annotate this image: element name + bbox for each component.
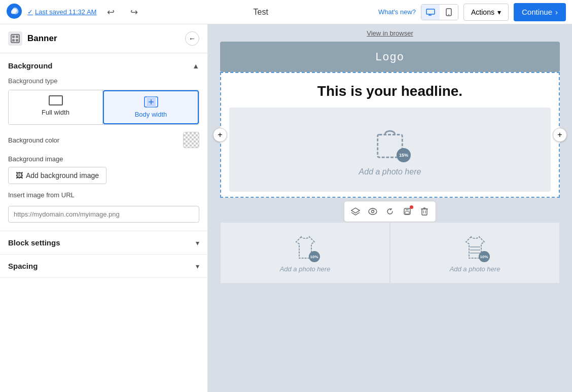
- svg-point-5: [448, 14, 449, 15]
- mobile-view-button[interactable]: [440, 5, 458, 20]
- background-color-label: Background color: [8, 136, 59, 144]
- continue-button[interactable]: Continue ›: [514, 3, 566, 21]
- svg-rect-20: [405, 211, 409, 214]
- save-button[interactable]: [399, 203, 415, 220]
- svg-rect-9: [12, 39, 15, 42]
- view-browser-bar: View in browser: [367, 24, 413, 42]
- undo-button[interactable]: ↩: [101, 5, 120, 20]
- banner-icon: [8, 31, 22, 46]
- svg-rect-8: [16, 35, 18, 38]
- banner-block[interactable]: + + This is your headline. 15%: [220, 72, 560, 198]
- background-type-field: Background type Full width: [8, 77, 199, 125]
- panel-title: Banner: [27, 33, 180, 44]
- check-icon: ✓: [27, 8, 33, 16]
- badge-15: 15%: [397, 148, 411, 162]
- background-image-label: Background image: [8, 155, 199, 163]
- actions-button[interactable]: Actions ▾: [463, 4, 509, 21]
- main-area: Banner ← Background ▲ Background type Fu…: [0, 24, 572, 392]
- product-1-label: Add a photo here: [280, 265, 331, 273]
- svg-rect-10: [16, 39, 18, 42]
- block-settings-chevron-icon: ▾: [196, 239, 199, 247]
- banner-photo-slot: 15% Add a photo here: [229, 108, 551, 192]
- url-label: Insert image from URL: [8, 191, 199, 199]
- topbar-title-area: Test: [148, 8, 373, 17]
- background-section-header[interactable]: Background ▲: [8, 61, 199, 70]
- arrow-right-icon: ›: [555, 8, 558, 16]
- background-image-field: Background image 🖼 Add background image: [8, 155, 199, 184]
- redo-button[interactable]: ↪: [125, 5, 143, 20]
- background-chevron-icon: ▲: [192, 62, 199, 70]
- spacing-chevron-icon: ▾: [196, 262, 199, 270]
- page-title: Test: [254, 8, 268, 17]
- background-section: Background ▲ Background type Full width: [0, 53, 207, 231]
- image-icon: 🖼: [16, 171, 23, 180]
- refresh-button[interactable]: [382, 203, 398, 220]
- svg-rect-7: [12, 35, 15, 38]
- background-section-title: Background: [8, 61, 53, 70]
- canvas-area: View in browser Logo + + This is your he…: [208, 24, 572, 392]
- logo-text: Logo: [376, 50, 405, 63]
- url-input-field: Insert image from URL: [8, 191, 199, 223]
- product-2-label: Add a photo here: [450, 265, 500, 273]
- spacing-section[interactable]: Spacing ▾: [0, 255, 207, 278]
- background-type-label: Background type: [8, 77, 199, 85]
- banner-add-right-button[interactable]: +: [553, 128, 567, 142]
- svg-rect-19: [406, 208, 409, 210]
- product-row: 10% Add a photo here 10%: [220, 222, 560, 283]
- chevron-down-icon: ▾: [497, 8, 501, 16]
- svg-point-16: [369, 208, 377, 215]
- panel-header: Banner ←: [0, 24, 207, 53]
- product-slot-1: 10% Add a photo here: [220, 222, 390, 283]
- bag-photo-icon: 15%: [372, 123, 408, 163]
- left-panel: Banner ← Background ▲ Background type Fu…: [0, 24, 208, 392]
- banner-headline: This is your headline.: [229, 83, 551, 99]
- background-type-buttons: Full width Body width: [8, 90, 199, 125]
- background-color-swatch[interactable]: [183, 132, 199, 148]
- banner-photo-label: Add a photo here: [359, 167, 421, 176]
- svg-rect-1: [426, 9, 435, 14]
- panel-back-button[interactable]: ←: [185, 31, 199, 46]
- spacing-row: Spacing ▾: [8, 262, 199, 270]
- view-in-browser-link[interactable]: View in browser: [367, 29, 413, 37]
- delete-button[interactable]: [416, 203, 433, 220]
- add-background-image-button[interactable]: 🖼 Add background image: [8, 167, 106, 184]
- full-width-icon: [49, 95, 63, 105]
- badge-10-p1: 10%: [309, 251, 320, 262]
- full-width-button[interactable]: Full width: [9, 90, 103, 124]
- block-toolbar: [344, 201, 436, 222]
- block-settings-row: Block settings ▾: [8, 238, 199, 247]
- banner-add-left-button[interactable]: +: [213, 128, 227, 142]
- layer-button[interactable]: [347, 203, 364, 220]
- product-icon-2: 10%: [462, 233, 488, 262]
- app-logo: [6, 3, 22, 21]
- eye-button[interactable]: [365, 203, 381, 220]
- background-color-field: Background color: [8, 132, 199, 148]
- spacing-title: Spacing: [8, 262, 38, 270]
- product-icon-1: 10%: [293, 233, 318, 262]
- badge-10-p2: 10%: [479, 251, 490, 262]
- block-settings-title: Block settings: [8, 238, 60, 247]
- product-slot-2: 10% Add a photo here: [390, 222, 560, 283]
- svg-rect-21: [422, 209, 427, 215]
- svg-point-17: [372, 210, 374, 213]
- topbar: ✓ Last saved 11:32 AM ↩ ↪ Test What's ne…: [0, 0, 572, 24]
- logo-block: Logo: [220, 42, 560, 72]
- canvas-content: View in browser Logo + + This is your he…: [208, 24, 572, 294]
- view-toggle: [421, 4, 458, 20]
- url-input[interactable]: [8, 206, 199, 223]
- banner-outer: + + This is your headline. 15%: [220, 72, 560, 222]
- body-width-button[interactable]: Body width: [103, 90, 199, 124]
- saved-indicator: ✓ Last saved 11:32 AM: [27, 8, 96, 16]
- block-settings-section[interactable]: Block settings ▾: [0, 231, 207, 255]
- desktop-view-button[interactable]: [421, 5, 440, 20]
- whats-new-link[interactable]: What's new?: [378, 8, 416, 16]
